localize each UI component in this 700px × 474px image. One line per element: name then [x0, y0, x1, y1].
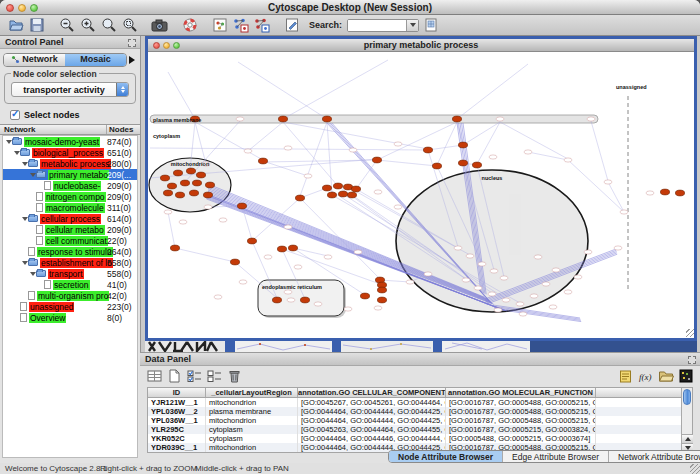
table-row[interactable]: YJR121W__1mitochondrion[GO:0045267, GO:0… — [148, 398, 692, 407]
attribute-grid-icon[interactable] — [146, 368, 163, 384]
network-node[interactable] — [354, 250, 362, 254]
search-config-icon[interactable] — [421, 16, 440, 34]
network-node[interactable] — [474, 286, 482, 290]
expand-triangle-icon[interactable] — [29, 173, 36, 177]
scrollbar-thumb[interactable] — [683, 389, 691, 405]
help-icon[interactable] — [180, 16, 199, 34]
tab-node-attribute-browser[interactable]: Node Attribute Browser — [389, 451, 502, 462]
table-scrollbar[interactable] — [681, 388, 692, 452]
network-node-selected[interactable] — [347, 192, 356, 198]
network-node-selected[interactable] — [160, 175, 169, 181]
network-node[interactable] — [574, 275, 582, 279]
tab-edge-attribute-browser[interactable]: Edge Attribute Browser — [502, 451, 608, 462]
network-node[interactable] — [552, 268, 560, 272]
network-node[interactable] — [344, 307, 352, 311]
network-tree-item[interactable]: cell communicat22(0) — [3, 235, 137, 246]
table-row[interactable]: YKR052Ccytoplasm[GO:0044464, GO:0044446,… — [148, 434, 692, 443]
network-node[interactable] — [284, 146, 292, 150]
snapshot-icon[interactable] — [150, 16, 169, 34]
expand-triangle-icon[interactable] — [13, 151, 20, 155]
network-node[interactable] — [490, 269, 498, 273]
zoom-in-icon[interactable] — [78, 16, 97, 34]
expand-triangle-icon[interactable] — [5, 140, 12, 144]
network-node-selected[interactable] — [351, 186, 360, 192]
network-node-selected[interactable] — [258, 158, 267, 164]
import-attributes-icon[interactable] — [657, 368, 674, 384]
window-resize-grip[interactable] — [690, 464, 700, 474]
network-node[interactable] — [406, 280, 414, 284]
table-row[interactable]: YPL036W__2plasma membrane[GO:0044464, GO… — [148, 407, 692, 416]
column-header-id[interactable]: ID — [148, 388, 206, 397]
attribute-matrix-icon[interactable] — [677, 368, 694, 384]
search-dropdown-button[interactable] — [406, 20, 418, 31]
network-node[interactable] — [349, 148, 357, 152]
network-node-selected[interactable] — [377, 297, 386, 303]
annotation-icon[interactable] — [282, 16, 301, 34]
network-node[interactable] — [454, 246, 462, 250]
network-node[interactable] — [478, 262, 486, 266]
search-input[interactable] — [348, 20, 406, 31]
network-node-selected[interactable] — [322, 116, 331, 122]
tab-network[interactable]: Network — [4, 54, 65, 66]
network-node[interactable] — [179, 220, 187, 224]
network-node[interactable] — [466, 254, 474, 258]
layout-red-icon[interactable] — [252, 16, 271, 34]
network-tree-item[interactable]: mosaic-demo-yeast874(0) — [3, 136, 137, 147]
network-frame-titlebar[interactable]: primary metabolic process — [148, 39, 694, 52]
network-node[interactable] — [502, 298, 510, 302]
network-node-selected[interactable] — [338, 191, 347, 197]
network-node[interactable] — [542, 282, 550, 286]
tab-mosaic[interactable]: Mosaic — [65, 54, 126, 66]
network-node-selected[interactable] — [277, 246, 286, 252]
canvas-resize-grip[interactable] — [686, 329, 694, 337]
network-node[interactable] — [494, 308, 502, 312]
network-node-selected[interactable] — [432, 163, 441, 169]
network-node[interactable] — [516, 302, 524, 306]
select-nodes-checkbox[interactable] — [10, 110, 20, 120]
network-node[interactable] — [304, 174, 312, 178]
overview-icon[interactable] — [210, 16, 229, 34]
network-node-selected[interactable] — [167, 183, 176, 189]
network-node[interactable] — [462, 278, 470, 282]
network-tree-item[interactable]: multi-organism pro42(0) — [3, 290, 137, 301]
zoom-fit-icon[interactable] — [99, 16, 118, 34]
table-row[interactable]: YPL036W__1mitochondrion[GO:0044464, GO:0… — [148, 416, 692, 425]
network-tree-item[interactable]: macromolecule311(0) — [3, 202, 137, 213]
network-tree-item[interactable]: biological_process651(0) — [3, 147, 137, 158]
network-tree-item[interactable]: nucleobase-209(0) — [3, 180, 137, 191]
network-canvas[interactable]: plasma membranecytoplasmmitochondrionnuc… — [148, 52, 694, 337]
network-tree-item[interactable]: cellular metabo209(0) — [3, 224, 137, 235]
network-node-selected[interactable] — [237, 203, 246, 209]
network-node[interactable] — [287, 298, 295, 302]
frame-zoom-button[interactable] — [173, 42, 180, 49]
function-builder-icon[interactable]: f(x) — [637, 368, 654, 384]
network-node[interactable] — [314, 302, 322, 306]
network-node-selected[interactable] — [660, 189, 669, 195]
network-node-selected[interactable] — [203, 192, 212, 198]
minimize-button[interactable] — [18, 4, 26, 12]
tree-header-nodes[interactable]: Nodes — [107, 125, 140, 134]
network-node[interactable] — [284, 225, 292, 229]
network-node[interactable] — [294, 265, 302, 269]
network-node-selected[interactable] — [295, 195, 304, 201]
network-node-selected[interactable] — [300, 297, 309, 303]
network-node[interactable] — [214, 295, 222, 299]
network-node-selected[interactable] — [377, 287, 386, 293]
open-file-icon[interactable] — [6, 16, 25, 34]
network-node[interactable] — [620, 210, 628, 214]
zoom-selected-icon[interactable] — [120, 16, 139, 34]
network-node[interactable] — [489, 155, 497, 159]
network-node[interactable] — [164, 210, 172, 214]
network-node-selected[interactable] — [189, 190, 198, 196]
network-node-selected[interactable] — [230, 259, 239, 265]
network-node-selected[interactable] — [247, 238, 256, 244]
network-tree-item[interactable]: unassigned223(0) — [3, 301, 137, 312]
column-header-cellular-component[interactable]: annotation.GO CELLULAR_COMPONENT — [298, 388, 446, 397]
network-node[interactable] — [604, 180, 612, 184]
network-node[interactable] — [549, 305, 557, 309]
network-node[interactable] — [488, 292, 496, 296]
network-node[interactable] — [584, 250, 592, 254]
network-tree-item[interactable]: transport558(0) — [3, 268, 137, 279]
network-node-selected[interactable] — [360, 293, 369, 299]
network-node[interactable] — [204, 205, 212, 209]
